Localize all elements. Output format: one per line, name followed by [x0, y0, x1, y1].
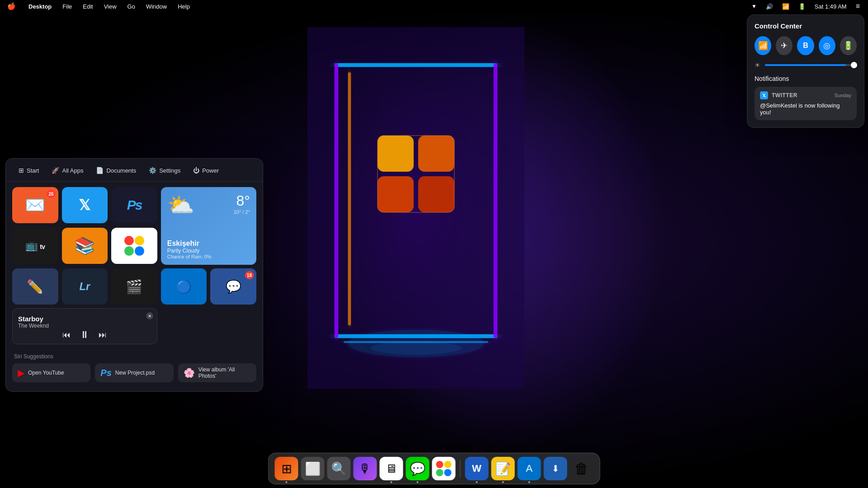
svg-rect-9: [377, 176, 414, 212]
siri-photoshop-item[interactable]: Ps New Project.psd: [95, 363, 173, 382]
siri-photos-label: View album 'All Photos': [198, 366, 251, 379]
menubar-edit[interactable]: Edit: [81, 2, 94, 11]
menubar-help[interactable]: Help: [176, 2, 192, 11]
battery-button[interactable]: 🔋: [840, 36, 857, 55]
twitter-tile[interactable]: 𝕏: [62, 187, 108, 223]
lightroom-tile[interactable]: Lr: [62, 268, 108, 305]
brightness-fill: [765, 64, 846, 66]
mail-tile[interactable]: ✉️ 26: [12, 187, 58, 223]
wifi-menubar-icon[interactable]: 📶: [779, 2, 792, 11]
fcpx-tile[interactable]: 🎬: [111, 268, 157, 305]
photos-petal-green: [124, 246, 134, 256]
quicknote-tile[interactable]: ✏️: [12, 268, 58, 305]
music-song: Starboy: [18, 315, 151, 323]
dock-downloads[interactable]: ⬇: [544, 457, 567, 480]
launchpad-dot: [286, 481, 288, 483]
siri-youtube-item[interactable]: ▶ Open YouTube: [12, 363, 90, 382]
photos-tile[interactable]: [111, 228, 157, 264]
messages-icon: 💬: [226, 279, 241, 294]
music-rewind-button[interactable]: ⏮: [62, 330, 71, 340]
siri-photos-item[interactable]: 🌸 View album 'All Photos': [178, 363, 256, 382]
svg-rect-10: [418, 176, 454, 212]
siri-photos-icon: 🌸: [184, 367, 195, 378]
dock-trash[interactable]: 🗑: [570, 457, 594, 480]
power-label: Power: [202, 167, 219, 174]
dock-photos-petal-green: [436, 469, 443, 476]
notes-dot: [502, 481, 504, 483]
music-pause-button[interactable]: ⏸: [80, 329, 90, 341]
start-icon: ⊞: [19, 167, 24, 174]
dock-notes[interactable]: 📝: [491, 457, 515, 480]
music-artist: The Weeknd: [18, 323, 151, 329]
dock-photos[interactable]: [432, 457, 456, 480]
dock-spotlight[interactable]: 🔍: [327, 457, 351, 480]
start-button[interactable]: ⊞ Start: [13, 164, 44, 177]
notification-header: 𝕏 TWITTER Sunday: [760, 91, 851, 99]
dock-siri[interactable]: 🎙: [354, 457, 377, 480]
documents-button[interactable]: 📄 Documents: [90, 164, 142, 177]
youtube-icon: ▶: [18, 367, 24, 378]
music-tile[interactable]: ✕ Starboy The Weeknd ⏮ ⏸ ⏭: [12, 308, 157, 344]
menubar-window[interactable]: Window: [144, 2, 169, 11]
svg-rect-2: [335, 63, 497, 67]
music-content: ✕ Starboy The Weeknd ⏮ ⏸ ⏭: [13, 309, 157, 344]
dock-finder[interactable]: 🖥: [380, 457, 403, 480]
weather-tile[interactable]: ⛅ 8° 10° / 2° Eskişehir Partly Cloudy Ch…: [161, 187, 256, 265]
clock: Sat 1:49 AM: [812, 2, 849, 11]
all-apps-label: All Apps: [62, 167, 83, 174]
messages-badge: 18: [245, 271, 254, 279]
messages-tile[interactable]: 💬 18: [210, 268, 256, 305]
appstore-tile[interactable]: 🔵: [161, 268, 207, 305]
music-close-button[interactable]: ✕: [146, 312, 153, 319]
volume-icon[interactable]: 🔊: [763, 2, 776, 11]
menubar-file[interactable]: File: [61, 2, 74, 11]
word-icon: W: [472, 463, 481, 474]
airplane-button[interactable]: ✈: [776, 36, 793, 55]
brightness-slider[interactable]: [765, 64, 857, 66]
brightness-thumb[interactable]: [851, 62, 857, 68]
launchpad-icon: ⊞: [281, 461, 292, 476]
dock-launchpad[interactable]: ⊞: [275, 457, 298, 480]
mail-badge: 26: [47, 190, 55, 198]
control-center-icon[interactable]: ≡: [853, 1, 863, 11]
word-dot: [476, 481, 478, 483]
siri-suggestions-title: Siri Suggestions: [12, 353, 256, 360]
photoshop-tile[interactable]: Ps: [111, 187, 157, 223]
weather-rain: Chance of Rain: 0%: [167, 254, 250, 259]
menubar-go[interactable]: Go: [126, 2, 137, 11]
dock-word[interactable]: W: [465, 457, 489, 480]
siri-ps-icon: Ps: [100, 368, 111, 378]
apple-menu[interactable]: 🍎: [5, 1, 18, 11]
wifi-icon: 📶: [758, 41, 768, 51]
dock-appstore[interactable]: A: [518, 457, 541, 480]
dock-mission-control[interactable]: ⬜: [301, 457, 325, 480]
dock-photos-petal-blue: [444, 469, 452, 476]
menubar-view[interactable]: View: [102, 2, 118, 11]
airdrop-button[interactable]: ◎: [819, 36, 835, 55]
all-apps-icon: 🚀: [52, 167, 59, 174]
battery-menubar-icon[interactable]: 🔋: [796, 2, 808, 11]
appletv-tile[interactable]: 📺 tv: [12, 228, 58, 264]
settings-label: Settings: [159, 167, 180, 174]
settings-button[interactable]: ⚙️ Settings: [143, 164, 186, 177]
appstore-icon: 🔵: [176, 279, 192, 294]
notification-body: @SelimKestel is now following you!: [760, 102, 851, 116]
weather-condition: Partly Cloudy: [167, 248, 250, 254]
all-apps-button[interactable]: 🚀 All Apps: [46, 164, 89, 177]
music-forward-button[interactable]: ⏭: [99, 330, 107, 340]
svg-point-13: [371, 341, 461, 355]
apps-grid: ✉️ 26 𝕏 Ps ⛅ 8° 10° / 2° Eskişehi: [6, 182, 263, 350]
menubar-app-name[interactable]: Desktop: [27, 2, 53, 11]
mission-control-icon: ⬜: [305, 461, 321, 476]
svg-rect-4: [335, 63, 338, 338]
control-center-icons: 📶 ✈ B ◎ 🔋: [755, 36, 857, 55]
bluetooth-button[interactable]: B: [797, 36, 814, 55]
books-tile[interactable]: 📚: [62, 228, 108, 264]
wifi-button[interactable]: 📶: [755, 36, 771, 55]
power-button[interactable]: ⏻ Power: [188, 164, 224, 177]
books-icon: 📚: [75, 236, 95, 255]
photoshop-icon: Ps: [127, 197, 142, 213]
dock-messages[interactable]: 💬: [406, 457, 429, 480]
weather-city: Eskişehir: [167, 239, 250, 248]
control-center-toggle[interactable]: ▼: [749, 2, 760, 10]
